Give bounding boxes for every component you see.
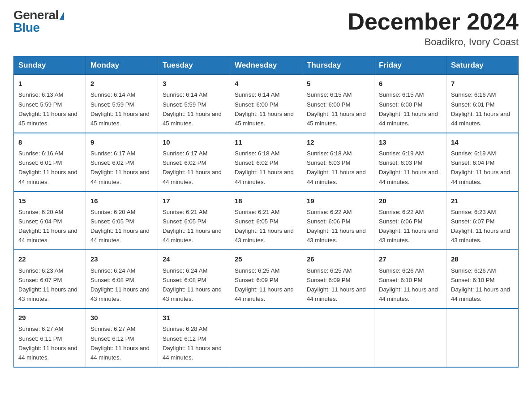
- day-info: Sunrise: 6:24 AMSunset: 6:08 PMDaylight:…: [90, 266, 153, 304]
- day-info: Sunrise: 6:23 AMSunset: 6:07 PMDaylight:…: [18, 266, 81, 304]
- day-number: 2: [90, 78, 153, 89]
- logo-general-text: General: [13, 8, 59, 22]
- day-info: Sunrise: 6:14 AMSunset: 5:59 PMDaylight:…: [163, 90, 225, 128]
- calendar-row-2: 8Sunrise: 6:16 AMSunset: 6:01 PMDaylight…: [14, 133, 519, 192]
- calendar-cell: 28Sunrise: 6:26 AMSunset: 6:10 PMDayligh…: [446, 250, 519, 308]
- day-number: 21: [451, 196, 514, 206]
- day-info: Sunrise: 6:13 AMSunset: 5:59 PMDaylight:…: [18, 90, 81, 128]
- day-info: Sunrise: 6:18 AMSunset: 6:03 PMDaylight:…: [307, 149, 369, 187]
- calendar-cell: [374, 308, 446, 367]
- calendar-cell: 26Sunrise: 6:25 AMSunset: 6:09 PMDayligh…: [302, 250, 374, 308]
- day-info: Sunrise: 6:21 AMSunset: 6:05 PMDaylight:…: [235, 207, 297, 245]
- day-info: Sunrise: 6:25 AMSunset: 6:09 PMDaylight:…: [235, 266, 297, 304]
- calendar-cell: 30Sunrise: 6:27 AMSunset: 6:12 PMDayligh…: [86, 308, 158, 367]
- day-info: Sunrise: 6:14 AMSunset: 6:00 PMDaylight:…: [235, 90, 297, 128]
- day-number: 13: [379, 137, 442, 147]
- day-info: Sunrise: 6:23 AMSunset: 6:07 PMDaylight:…: [451, 207, 514, 245]
- day-info: Sunrise: 6:26 AMSunset: 6:10 PMDaylight:…: [379, 266, 442, 304]
- day-info: Sunrise: 6:14 AMSunset: 5:59 PMDaylight:…: [90, 90, 153, 128]
- day-number: 4: [235, 78, 297, 89]
- day-number: 19: [307, 196, 369, 206]
- day-info: Sunrise: 6:28 AMSunset: 6:12 PMDaylight:…: [163, 324, 225, 362]
- calendar-table: SundayMondayTuesdayWednesdayThursdayFrid…: [13, 56, 519, 368]
- logo-triangle-icon: [60, 12, 64, 20]
- calendar-cell: 3Sunrise: 6:14 AMSunset: 5:59 PMDaylight…: [158, 75, 230, 133]
- day-number: 20: [379, 196, 442, 206]
- day-number: 10: [163, 137, 225, 147]
- day-number: 3: [163, 78, 225, 89]
- day-info: Sunrise: 6:16 AMSunset: 6:01 PMDaylight:…: [451, 90, 514, 128]
- day-number: 14: [451, 137, 514, 147]
- day-number: 16: [90, 196, 153, 206]
- calendar-cell: 7Sunrise: 6:16 AMSunset: 6:01 PMDaylight…: [446, 75, 519, 133]
- calendar-cell: [230, 308, 302, 367]
- day-info: Sunrise: 6:19 AMSunset: 6:03 PMDaylight:…: [379, 149, 442, 187]
- day-number: 11: [235, 137, 297, 147]
- calendar-cell: 16Sunrise: 6:20 AMSunset: 6:05 PMDayligh…: [86, 192, 158, 250]
- calendar-cell: 4Sunrise: 6:14 AMSunset: 6:00 PMDaylight…: [230, 75, 302, 133]
- day-info: Sunrise: 6:27 AMSunset: 6:12 PMDaylight:…: [90, 324, 153, 362]
- day-number: 25: [235, 254, 297, 264]
- day-number: 24: [163, 254, 225, 264]
- header-cell-saturday: Saturday: [446, 56, 519, 75]
- calendar-header: SundayMondayTuesdayWednesdayThursdayFrid…: [14, 56, 519, 75]
- calendar-cell: 2Sunrise: 6:14 AMSunset: 5:59 PMDaylight…: [86, 75, 158, 133]
- calendar-cell: 17Sunrise: 6:21 AMSunset: 6:05 PMDayligh…: [158, 192, 230, 250]
- header-cell-sunday: Sunday: [14, 56, 86, 75]
- calendar-cell: 12Sunrise: 6:18 AMSunset: 6:03 PMDayligh…: [302, 133, 374, 192]
- calendar-cell: 21Sunrise: 6:23 AMSunset: 6:07 PMDayligh…: [446, 192, 519, 250]
- calendar-cell: 13Sunrise: 6:19 AMSunset: 6:03 PMDayligh…: [374, 133, 446, 192]
- calendar-cell: [446, 308, 519, 367]
- header-cell-monday: Monday: [86, 56, 158, 75]
- calendar-cell: 6Sunrise: 6:15 AMSunset: 6:00 PMDaylight…: [374, 75, 446, 133]
- calendar-cell: 1Sunrise: 6:13 AMSunset: 5:59 PMDaylight…: [14, 75, 86, 133]
- day-info: Sunrise: 6:25 AMSunset: 6:09 PMDaylight:…: [307, 266, 369, 304]
- calendar-title: December 2024: [348, 9, 519, 34]
- day-info: Sunrise: 6:15 AMSunset: 6:00 PMDaylight:…: [379, 90, 442, 128]
- calendar-cell: 15Sunrise: 6:20 AMSunset: 6:04 PMDayligh…: [14, 192, 86, 250]
- day-info: Sunrise: 6:22 AMSunset: 6:06 PMDaylight:…: [379, 207, 442, 245]
- day-info: Sunrise: 6:18 AMSunset: 6:02 PMDaylight:…: [235, 149, 297, 187]
- calendar-cell: 25Sunrise: 6:25 AMSunset: 6:09 PMDayligh…: [230, 250, 302, 308]
- header-cell-wednesday: Wednesday: [230, 56, 302, 75]
- calendar-cell: 11Sunrise: 6:18 AMSunset: 6:02 PMDayligh…: [230, 133, 302, 192]
- day-info: Sunrise: 6:20 AMSunset: 6:04 PMDaylight:…: [18, 207, 81, 245]
- header-cell-tuesday: Tuesday: [158, 56, 230, 75]
- calendar-cell: [302, 308, 374, 367]
- day-number: 26: [307, 254, 369, 264]
- day-number: 5: [307, 78, 369, 89]
- day-info: Sunrise: 6:20 AMSunset: 6:05 PMDaylight:…: [90, 207, 153, 245]
- calendar-cell: 19Sunrise: 6:22 AMSunset: 6:06 PMDayligh…: [302, 192, 374, 250]
- calendar-row-3: 15Sunrise: 6:20 AMSunset: 6:04 PMDayligh…: [14, 192, 519, 250]
- day-number: 7: [451, 78, 514, 89]
- calendar-cell: 31Sunrise: 6:28 AMSunset: 6:12 PMDayligh…: [158, 308, 230, 367]
- title-block: December 2024 Boadikro, Ivory Coast: [348, 9, 519, 48]
- calendar-cell: 5Sunrise: 6:15 AMSunset: 6:00 PMDaylight…: [302, 75, 374, 133]
- calendar-row-4: 22Sunrise: 6:23 AMSunset: 6:07 PMDayligh…: [14, 250, 519, 308]
- calendar-cell: 22Sunrise: 6:23 AMSunset: 6:07 PMDayligh…: [14, 250, 86, 308]
- day-number: 22: [18, 254, 81, 264]
- logo-blue-text: Blue: [13, 21, 40, 34]
- day-number: 31: [163, 313, 225, 323]
- header-row: SundayMondayTuesdayWednesdayThursdayFrid…: [14, 56, 519, 75]
- day-info: Sunrise: 6:19 AMSunset: 6:04 PMDaylight:…: [451, 149, 514, 187]
- day-info: Sunrise: 6:21 AMSunset: 6:05 PMDaylight:…: [163, 207, 225, 245]
- day-number: 17: [163, 196, 225, 206]
- day-number: 6: [379, 78, 442, 89]
- day-info: Sunrise: 6:16 AMSunset: 6:01 PMDaylight:…: [18, 149, 81, 187]
- calendar-row-1: 1Sunrise: 6:13 AMSunset: 5:59 PMDaylight…: [14, 75, 519, 133]
- day-info: Sunrise: 6:17 AMSunset: 6:02 PMDaylight:…: [163, 149, 225, 187]
- logo: General Blue: [13, 9, 64, 34]
- day-number: 28: [451, 254, 514, 264]
- day-number: 30: [90, 313, 153, 323]
- day-number: 1: [18, 78, 81, 89]
- page-header: General Blue December 2024 Boadikro, Ivo…: [13, 9, 519, 48]
- day-number: 8: [18, 137, 81, 147]
- calendar-cell: 23Sunrise: 6:24 AMSunset: 6:08 PMDayligh…: [86, 250, 158, 308]
- calendar-subtitle: Boadikro, Ivory Coast: [348, 36, 519, 48]
- day-info: Sunrise: 6:15 AMSunset: 6:00 PMDaylight:…: [307, 90, 369, 128]
- calendar-cell: 8Sunrise: 6:16 AMSunset: 6:01 PMDaylight…: [14, 133, 86, 192]
- day-number: 23: [90, 254, 153, 264]
- day-info: Sunrise: 6:26 AMSunset: 6:10 PMDaylight:…: [451, 266, 514, 304]
- calendar-cell: 20Sunrise: 6:22 AMSunset: 6:06 PMDayligh…: [374, 192, 446, 250]
